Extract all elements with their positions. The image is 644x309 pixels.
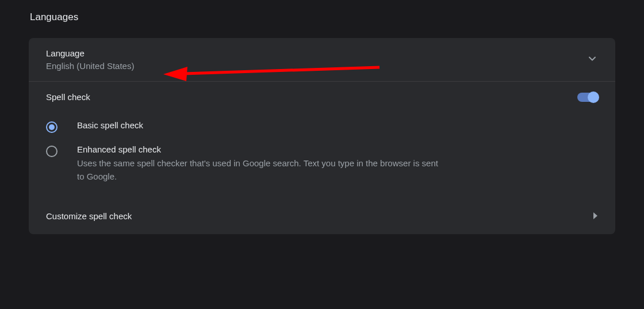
language-row[interactable]: Language English (United States) <box>29 38 615 82</box>
radio-text-group: Enhanced spell check Uses the same spell… <box>77 144 445 184</box>
radio-selected-icon <box>46 121 57 133</box>
spellcheck-header: Spell check <box>29 82 615 116</box>
spellcheck-toggle[interactable] <box>577 93 598 102</box>
svg-marker-0 <box>593 212 597 219</box>
caret-right-icon <box>592 211 598 222</box>
chevron-down-icon <box>586 53 598 67</box>
radio-text-group: Basic spell check <box>77 120 143 132</box>
radio-basic-label: Basic spell check <box>77 120 143 130</box>
toggle-knob-icon <box>588 91 599 103</box>
radio-enhanced-description: Uses the same spell checker that's used … <box>77 157 445 184</box>
radio-basic-spell-check[interactable]: Basic spell check <box>29 116 615 140</box>
language-text-group: Language English (United States) <box>46 48 134 71</box>
radio-enhanced-spell-check[interactable]: Enhanced spell check Uses the same spell… <box>29 140 615 201</box>
language-value: English (United States) <box>46 61 134 71</box>
page-title: Languages <box>0 0 644 23</box>
spellcheck-title: Spell check <box>46 92 90 102</box>
customize-spell-check-row[interactable]: Customize spell check <box>29 201 615 234</box>
settings-panel: Language English (United States) Spell c… <box>29 38 615 234</box>
language-label: Language <box>46 48 134 58</box>
radio-unselected-icon <box>46 146 57 157</box>
customize-label: Customize spell check <box>46 211 132 221</box>
radio-enhanced-label: Enhanced spell check <box>77 144 445 154</box>
